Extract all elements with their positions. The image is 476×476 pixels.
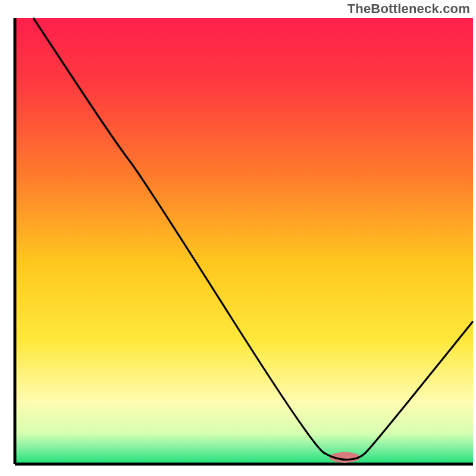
bottleneck-chart [0,0,476,476]
watermark-text: TheBottleneck.com [347,1,470,17]
chart-background [15,18,473,464]
